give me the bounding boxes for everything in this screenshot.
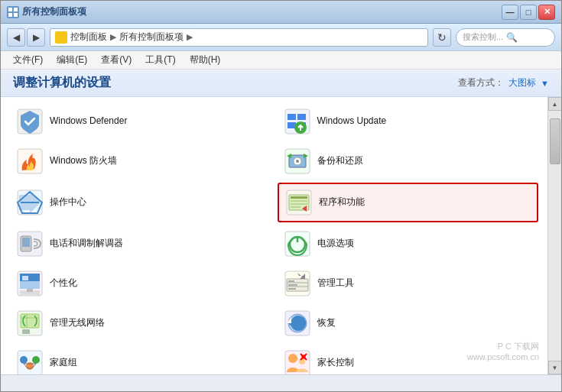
addressbar: ◀ ▶ 控制面板 ▶ 所有控制面板项 ▶ ↻ 搜索控制... 🔍 <box>1 24 561 51</box>
icon-img-phone <box>16 230 44 258</box>
content-header: 调整计算机的设置 查看方式： 大图标 ▼ <box>1 70 561 97</box>
svg-rect-3 <box>14 13 18 17</box>
icon-windows-update[interactable]: Windows Update <box>278 103 539 140</box>
svg-rect-29 <box>22 238 30 247</box>
icon-img-admin <box>284 270 311 297</box>
close-button[interactable]: ✕ <box>538 5 555 20</box>
icon-img-parental <box>284 349 311 374</box>
path-folder-icon <box>55 31 67 44</box>
icon-label-power: 电源选项 <box>317 238 354 250</box>
icon-label-action: 操作中心 <box>50 196 86 209</box>
icon-windows-firewall[interactable]: Windows 防火墙 <box>10 143 271 180</box>
icon-img-recovery <box>284 309 311 337</box>
svg-point-62 <box>288 354 297 363</box>
scrollbar: ▲ ▼ <box>547 97 561 374</box>
icon-personalization[interactable]: 个性化 <box>10 265 271 302</box>
window-icon <box>7 6 19 18</box>
menu-help[interactable]: 帮助(H) <box>184 52 227 68</box>
titlebar-left: 所有控制面板项 <box>7 5 86 18</box>
content-area: 调整计算机的设置 查看方式： 大图标 ▼ <box>1 70 561 374</box>
svg-rect-22 <box>291 196 307 199</box>
titlebar: 所有控制面板项 — □ ✕ <box>1 1 561 24</box>
icon-label-phone: 电话和调制解调器 <box>50 238 123 250</box>
icon-img-wireless <box>16 309 44 337</box>
icon-programs-features[interactable]: 程序和功能 <box>278 183 539 222</box>
svg-rect-45 <box>288 288 296 290</box>
address-path[interactable]: 控制面板 ▶ 所有控制面板项 ▶ <box>50 28 428 47</box>
icon-label-recovery: 恢复 <box>317 317 336 329</box>
icon-homegroup[interactable]: 家庭组 <box>10 345 271 374</box>
icon-label-personalization: 个性化 <box>50 277 77 290</box>
icon-img-homegroup <box>16 349 44 374</box>
path-separator-2: ▶ <box>187 32 193 42</box>
icon-img-defender <box>16 108 44 135</box>
icons-grid: Windows Defender <box>10 103 538 374</box>
view-dropdown-arrow[interactable]: ▼ <box>541 79 549 88</box>
menu-edit[interactable]: 编辑(E) <box>50 52 93 68</box>
view-mode-link[interactable]: 大图标 <box>508 76 536 89</box>
icon-phone-modem[interactable]: 电话和调制解调器 <box>10 225 271 262</box>
svg-rect-36 <box>22 276 28 280</box>
icon-img-personalization <box>16 270 44 297</box>
icon-label-update: Windows Update <box>317 115 387 128</box>
icon-img-power <box>284 230 311 258</box>
path-current: 所有控制面板项 <box>119 31 184 44</box>
icon-img-action <box>16 189 44 216</box>
icon-windows-defender[interactable]: Windows Defender <box>10 103 271 140</box>
titlebar-controls: — □ ✕ <box>502 5 555 20</box>
svg-rect-6 <box>287 114 296 120</box>
svg-point-16 <box>296 160 299 163</box>
icon-label-admin: 管理工具 <box>317 277 354 290</box>
svg-rect-38 <box>27 289 33 292</box>
refresh-button[interactable]: ↻ <box>433 28 451 47</box>
view-options: 查看方式： 大图标 ▼ <box>458 76 549 89</box>
icon-backup-restore[interactable]: 备份和还原 <box>278 143 539 180</box>
scroll-track <box>548 111 561 361</box>
svg-point-56 <box>20 356 28 364</box>
menu-tools[interactable]: 工具(T) <box>139 52 181 68</box>
menu-view[interactable]: 查看(V) <box>95 52 138 68</box>
icon-img-firewall <box>16 147 44 175</box>
icon-label-wireless: 管理无线网络 <box>50 317 105 329</box>
scroll-up-button[interactable]: ▲ <box>548 97 562 111</box>
icon-img-backup <box>284 147 311 175</box>
back-button[interactable]: ◀ <box>7 28 25 47</box>
maximize-button[interactable]: □ <box>520 5 537 20</box>
svg-point-57 <box>32 356 40 364</box>
svg-rect-43 <box>288 280 294 282</box>
icon-label-firewall: Windows 防火墙 <box>50 155 117 167</box>
menu-file[interactable]: 文件(F) <box>7 52 49 68</box>
icons-grid-wrapper: Windows Defender <box>1 97 547 374</box>
scroll-down-button[interactable]: ▼ <box>548 361 562 374</box>
svg-rect-2 <box>8 13 12 17</box>
icon-label-programs: 程序和功能 <box>319 196 365 209</box>
menubar: 文件(F) 编辑(E) 查看(V) 工具(T) 帮助(H) <box>1 51 561 70</box>
search-box[interactable]: 搜索控制... 🔍 <box>456 28 555 47</box>
svg-rect-44 <box>288 284 297 286</box>
icon-power-options[interactable]: 电源选项 <box>278 225 539 262</box>
icon-label-defender: Windows Defender <box>50 115 127 128</box>
forward-button[interactable]: ▶ <box>27 28 45 47</box>
minimize-button[interactable]: — <box>502 5 518 20</box>
icon-img-programs <box>285 189 313 216</box>
icon-label-backup: 备份和还原 <box>317 155 363 167</box>
titlebar-title: 所有控制面板项 <box>22 5 86 18</box>
svg-rect-7 <box>297 114 306 120</box>
search-icon: 🔍 <box>506 32 518 43</box>
icon-parental-controls[interactable]: 家长控制 <box>278 345 539 374</box>
svg-rect-51 <box>22 329 30 334</box>
page-title: 调整计算机的设置 <box>13 75 111 91</box>
icon-action-center[interactable]: 操作中心 <box>10 183 271 222</box>
icon-admin-tools[interactable]: 管理工具 <box>278 265 539 302</box>
statusbar <box>1 374 561 391</box>
icon-label-homegroup: 家庭组 <box>50 357 77 369</box>
view-label: 查看方式： <box>458 76 504 89</box>
scroll-thumb[interactable] <box>550 118 560 164</box>
icon-wireless-network[interactable]: 管理无线网络 <box>10 305 271 342</box>
icons-container: Windows Defender <box>1 97 561 374</box>
icon-img-update <box>284 108 311 135</box>
icon-label-parental: 家长控制 <box>317 357 354 369</box>
path-root: 控制面板 <box>70 31 107 44</box>
svg-rect-1 <box>14 8 18 11</box>
icon-recovery[interactable]: 恢复 <box>278 305 539 342</box>
